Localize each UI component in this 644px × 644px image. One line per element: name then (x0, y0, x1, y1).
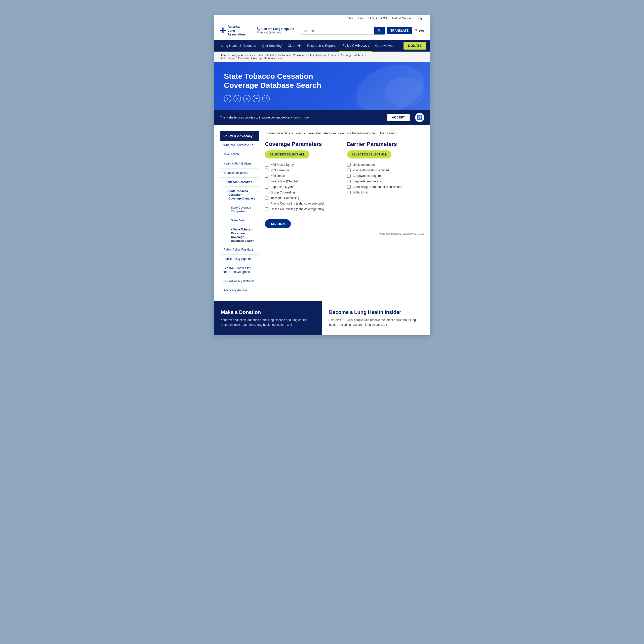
barrier-checkbox-3[interactable] (347, 180, 351, 183)
coverage-item-2: NRT Inhaler (265, 173, 342, 179)
sidebar-item-what-we-advocate[interactable]: What We Advocate For (220, 141, 259, 150)
coverage-checkbox-8[interactable] (265, 207, 268, 211)
coverage-item-7: Phone Counseling (sehp coverage only) (265, 201, 342, 206)
breadcrumb-tobacco-cessation[interactable]: Tobacco Cessation (282, 54, 305, 57)
search-action-button[interactable]: SEARCH (265, 219, 291, 228)
coverage-item-0: NRT Nasal Spray (265, 162, 342, 168)
nav-clean-air[interactable]: Clean Air (285, 40, 304, 51)
translate-button[interactable]: TRANSLATE (387, 27, 412, 34)
barrier-checkbox-5[interactable] (347, 191, 351, 194)
twitter-x-share-icon[interactable]: 𝕏 (233, 95, 241, 102)
coverage-label-8: Online Counseling (sehp coverage only) (270, 207, 324, 211)
coverage-item-3: Varenicline (Chantix) (265, 179, 342, 184)
barrier-checkbox-4[interactable] (347, 185, 351, 189)
sidebar-item-federal-priorities[interactable]: Federal Priorities for the 118th Congres… (220, 264, 259, 277)
barrier-item-1: Prior authorization required (347, 168, 424, 173)
email-share-icon[interactable]: ✉ (253, 95, 260, 102)
coverage-label-3: Varenicline (Chantix) (270, 180, 298, 183)
main-content: To view state data on specific parameter… (265, 131, 424, 295)
coverage-checkbox-5[interactable] (265, 191, 268, 194)
barrier-checkbox-1[interactable] (347, 169, 351, 172)
location-label: WA (419, 29, 424, 33)
sidebar-item-take-action[interactable]: Take Action (220, 150, 259, 159)
coverage-item-8: Online Counseling (sehp coverage only) (265, 206, 342, 212)
sidebar-item-tobacco-initiatives[interactable]: Tobacco Initiatives (220, 169, 259, 178)
coverage-label-1: NRT Lozenge (270, 169, 289, 172)
search-area: 🔍 TRANSLATE 📍 WA (301, 27, 424, 35)
location-icon: 📍 (414, 29, 418, 33)
nav-policy-advocacy[interactable]: Policy & Advocacy (339, 40, 372, 52)
coverage-checkbox-4[interactable] (265, 185, 268, 189)
cookie-learn-more[interactable]: Learn more (293, 116, 309, 119)
page-updated: Page last updated: January 11, 2024 (265, 232, 424, 235)
print-share-icon[interactable]: ⎙ (262, 95, 270, 102)
donate-button[interactable]: DONATE (404, 42, 426, 50)
nav-get-involved[interactable]: Get Involved (372, 40, 397, 51)
facebook-share-icon[interactable]: f (224, 95, 231, 102)
blog-link[interactable]: Blog (358, 17, 365, 20)
coverage-label-2: NRT Inhaler (270, 174, 287, 178)
breadcrumb-home[interactable]: Home (220, 54, 227, 57)
location-block[interactable]: 📍 WA (414, 29, 424, 33)
logo-cross-icon: ✛ (220, 27, 226, 34)
nav-lung-health[interactable]: Lung Health & Diseases (218, 40, 259, 51)
linkedin-share-icon[interactable]: in (243, 95, 251, 102)
helpline-ask[interactable]: ✉ Ask a Question (257, 31, 297, 34)
sidebar-item-coverage-database[interactable]: State Tobacco Cessation Coverage Databas… (225, 187, 259, 203)
sidebar-item-public-agenda[interactable]: Public Policy Agenda (220, 255, 259, 264)
accessibility-button[interactable]: ♿ (415, 113, 424, 122)
sidebar-sub-tobacco: Tobacco Cessation State Tobacco Cessatio… (220, 178, 259, 245)
breadcrumb-tobacco-initiatives[interactable]: Tobacco Initiatives (256, 54, 279, 57)
barrier-label-1: Prior authorization required (353, 169, 389, 172)
coverage-select-deselect-btn[interactable]: SELECT/DESELECT ALL (265, 150, 309, 158)
lung-force-link[interactable]: LUNG FORCE (369, 17, 388, 20)
cookie-accept-button[interactable]: ACCEPT (387, 114, 410, 121)
breadcrumb: Home > Policy & Advocacy > Tobacco Initi… (214, 52, 430, 62)
params-grid: Coverage Parameters SELECT/DESELECT ALL … (265, 141, 424, 212)
shop-link[interactable]: Shop (347, 17, 354, 20)
logo[interactable]: ✛ AmericanLungAssociation. (220, 25, 253, 37)
coverage-label-7: Phone Counseling (sehp coverage only) (270, 202, 324, 205)
coverage-checkbox-2[interactable] (265, 174, 268, 178)
breadcrumb-state-database[interactable]: State Tobacco Cessation Coverage Databas… (308, 54, 364, 57)
coverage-checkbox-6[interactable] (265, 196, 268, 200)
social-icons: f 𝕏 in ✉ ⎙ (224, 95, 420, 102)
sidebar-sub-coverage2: State Coverage Comparison State Data Sta… (225, 203, 259, 246)
breadcrumb-policy[interactable]: Policy & Advocacy (230, 54, 253, 57)
sidebar-item-tobacco-cessation[interactable]: Tobacco Cessation (222, 178, 259, 187)
content-area: Policy & Advocacy What We Advocate For T… (214, 125, 430, 301)
coverage-checkbox-3[interactable] (265, 180, 268, 183)
coverage-label-5: Group Counseling (270, 191, 295, 194)
coverage-label-0: NRT Nasal Spray (270, 163, 294, 167)
breadcrumb-current: State Tobacco Cessation Coverage Databas… (220, 57, 285, 60)
sidebar-item-state-comparison[interactable]: State Coverage Comparison (227, 203, 259, 216)
barrier-select-deselect-btn[interactable]: SELECT/DESELECT ALL (347, 150, 392, 158)
helpline-call[interactable]: 📞 Call the Lung HelpLine (257, 27, 297, 31)
footer-donation-panel: Make a Donation Your tax-deductible dona… (214, 301, 322, 335)
barrier-checkbox-0[interactable] (347, 163, 351, 167)
sidebar-item-public-positions[interactable]: Public Policy Positions (220, 245, 259, 255)
sidebar: Policy & Advocacy What We Advocate For T… (220, 131, 259, 295)
barrier-item-5: Dollar Limit (347, 190, 424, 195)
coverage-checkbox-0[interactable] (265, 163, 268, 167)
sidebar-item-database-search[interactable]: State Tobacco Cessation Coverage Databas… (227, 225, 259, 246)
barrier-checkbox-2[interactable] (347, 174, 351, 178)
help-support-link[interactable]: Help & Support (392, 17, 413, 20)
nav-research[interactable]: Research & Reports (304, 40, 339, 51)
search-button[interactable]: 🔍 (374, 27, 385, 34)
sidebar-item-advocacy-archive[interactable]: Advocacy Archive (220, 286, 259, 295)
coverage-checkbox-list: NRT Nasal Spray NRT Lozenge NRT Inhaler (265, 162, 342, 212)
coverage-item-5: Group Counseling (265, 190, 342, 195)
coverage-checkbox-7[interactable] (265, 202, 268, 205)
intro-text: To view state data on specific parameter… (265, 131, 424, 136)
barrier-params-section: Barrier Parameters SELECT/DESELECT ALL L… (347, 141, 424, 212)
footer-newsletter-panel: Become a Lung Health Insider Join over 7… (322, 301, 430, 335)
coverage-checkbox-1[interactable] (265, 169, 268, 172)
barrier-params-title: Barrier Parameters (347, 141, 424, 147)
sidebar-item-state-data[interactable]: State Data (227, 216, 259, 225)
sidebar-item-healthy-air[interactable]: Healthy Air Initiatives (220, 159, 259, 169)
sidebar-item-advocacy-victories[interactable]: Our Advocacy Victories (220, 277, 259, 286)
search-input[interactable] (301, 27, 374, 34)
nav-quit-smoking[interactable]: Quit Smoking (259, 40, 285, 51)
login-link[interactable]: Login (417, 17, 424, 20)
